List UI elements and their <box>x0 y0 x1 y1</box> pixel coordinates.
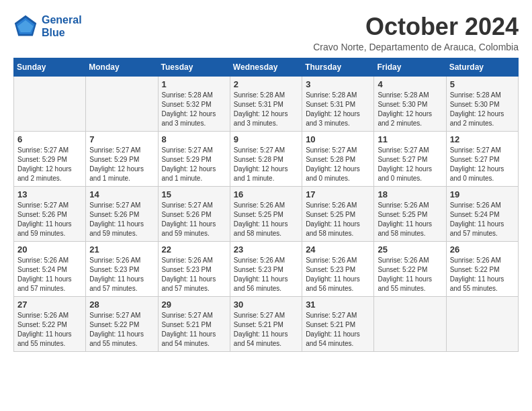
calendar-cell: 3Sunrise: 5:28 AM Sunset: 5:31 PM Daylig… <box>302 76 374 131</box>
calendar-cell <box>14 76 86 131</box>
day-number: 7 <box>89 134 154 144</box>
calendar-cell: 25Sunrise: 5:26 AM Sunset: 5:22 PM Dayli… <box>374 241 446 296</box>
day-number: 5 <box>450 79 515 89</box>
day-number: 14 <box>89 189 154 199</box>
weekday-header-row: SundayMondayTuesdayWednesdayThursdayFrid… <box>14 58 519 76</box>
day-number: 6 <box>17 134 82 144</box>
title-section: October 2024 Cravo Norte, Departamento d… <box>313 13 519 52</box>
calendar-cell: 21Sunrise: 5:26 AM Sunset: 5:23 PM Dayli… <box>86 241 158 296</box>
day-number: 11 <box>378 134 442 144</box>
calendar-week-5: 27Sunrise: 5:26 AM Sunset: 5:22 PM Dayli… <box>14 296 519 351</box>
calendar-cell: 4Sunrise: 5:28 AM Sunset: 5:30 PM Daylig… <box>374 76 446 131</box>
day-number: 9 <box>234 134 298 144</box>
day-number: 22 <box>162 244 226 255</box>
day-number: 23 <box>234 244 298 255</box>
day-info: Sunrise: 5:27 AM Sunset: 5:29 PM Dayligh… <box>17 146 82 183</box>
calendar-cell: 2Sunrise: 5:28 AM Sunset: 5:31 PM Daylig… <box>230 76 302 131</box>
calendar-table: SundayMondayTuesdayWednesdayThursdayFrid… <box>13 58 519 352</box>
weekday-header-monday: Monday <box>86 58 158 76</box>
day-number: 16 <box>234 189 298 199</box>
day-number: 2 <box>234 79 298 89</box>
calendar-cell: 23Sunrise: 5:26 AM Sunset: 5:23 PM Dayli… <box>230 241 302 296</box>
weekday-header-sunday: Sunday <box>14 58 86 76</box>
day-number: 15 <box>162 189 226 199</box>
calendar-week-1: 1Sunrise: 5:28 AM Sunset: 5:32 PM Daylig… <box>14 76 519 131</box>
day-info: Sunrise: 5:26 AM Sunset: 5:22 PM Dayligh… <box>378 256 442 293</box>
calendar-week-2: 6Sunrise: 5:27 AM Sunset: 5:29 PM Daylig… <box>14 131 519 186</box>
calendar-week-4: 20Sunrise: 5:26 AM Sunset: 5:24 PM Dayli… <box>14 241 519 296</box>
calendar-cell: 16Sunrise: 5:26 AM Sunset: 5:25 PM Dayli… <box>230 186 302 241</box>
day-info: Sunrise: 5:28 AM Sunset: 5:32 PM Dayligh… <box>162 91 226 128</box>
calendar-cell: 13Sunrise: 5:27 AM Sunset: 5:26 PM Dayli… <box>14 186 86 241</box>
calendar-cell: 19Sunrise: 5:26 AM Sunset: 5:24 PM Dayli… <box>446 186 518 241</box>
day-info: Sunrise: 5:27 AM Sunset: 5:29 PM Dayligh… <box>162 146 226 183</box>
calendar-cell: 7Sunrise: 5:27 AM Sunset: 5:29 PM Daylig… <box>86 131 158 186</box>
calendar-cell: 14Sunrise: 5:27 AM Sunset: 5:26 PM Dayli… <box>86 186 158 241</box>
calendar-cell: 15Sunrise: 5:27 AM Sunset: 5:26 PM Dayli… <box>158 186 230 241</box>
day-info: Sunrise: 5:26 AM Sunset: 5:23 PM Dayligh… <box>234 256 298 293</box>
day-info: Sunrise: 5:26 AM Sunset: 5:23 PM Dayligh… <box>89 256 154 293</box>
day-info: Sunrise: 5:26 AM Sunset: 5:25 PM Dayligh… <box>378 201 442 238</box>
day-info: Sunrise: 5:27 AM Sunset: 5:28 PM Dayligh… <box>234 146 298 183</box>
calendar-cell: 17Sunrise: 5:26 AM Sunset: 5:25 PM Dayli… <box>302 186 374 241</box>
day-info: Sunrise: 5:26 AM Sunset: 5:22 PM Dayligh… <box>17 311 82 349</box>
day-number: 8 <box>162 134 226 144</box>
logo: General Blue <box>13 13 82 39</box>
day-number: 17 <box>306 189 370 199</box>
day-number: 26 <box>450 244 515 255</box>
day-number: 20 <box>17 244 82 255</box>
day-number: 21 <box>89 244 154 255</box>
day-info: Sunrise: 5:28 AM Sunset: 5:31 PM Dayligh… <box>306 91 370 128</box>
calendar-cell: 6Sunrise: 5:27 AM Sunset: 5:29 PM Daylig… <box>14 131 86 186</box>
calendar-cell <box>446 296 518 351</box>
logo-text: General Blue <box>42 13 82 39</box>
weekday-header-thursday: Thursday <box>302 58 374 76</box>
day-info: Sunrise: 5:26 AM Sunset: 5:24 PM Dayligh… <box>17 256 82 293</box>
day-info: Sunrise: 5:26 AM Sunset: 5:22 PM Dayligh… <box>450 256 515 293</box>
month-title: October 2024 <box>313 13 519 40</box>
calendar-cell: 28Sunrise: 5:27 AM Sunset: 5:22 PM Dayli… <box>86 296 158 351</box>
calendar-cell: 31Sunrise: 5:27 AM Sunset: 5:21 PM Dayli… <box>302 296 374 351</box>
calendar-cell: 1Sunrise: 5:28 AM Sunset: 5:32 PM Daylig… <box>158 76 230 131</box>
day-number: 28 <box>89 300 154 310</box>
calendar-cell <box>86 76 158 131</box>
calendar-cell <box>374 296 446 351</box>
day-number: 24 <box>306 244 370 255</box>
logo-icon <box>13 14 38 38</box>
calendar-cell: 20Sunrise: 5:26 AM Sunset: 5:24 PM Dayli… <box>14 241 86 296</box>
location-subtitle: Cravo Norte, Departamento de Arauca, Col… <box>313 42 519 52</box>
day-info: Sunrise: 5:27 AM Sunset: 5:27 PM Dayligh… <box>378 146 442 183</box>
day-info: Sunrise: 5:28 AM Sunset: 5:30 PM Dayligh… <box>378 91 442 128</box>
day-number: 10 <box>306 134 370 144</box>
calendar-cell: 5Sunrise: 5:28 AM Sunset: 5:30 PM Daylig… <box>446 76 518 131</box>
calendar-cell: 24Sunrise: 5:26 AM Sunset: 5:23 PM Dayli… <box>302 241 374 296</box>
day-info: Sunrise: 5:27 AM Sunset: 5:21 PM Dayligh… <box>306 311 370 349</box>
day-number: 4 <box>378 79 442 89</box>
day-number: 18 <box>378 189 442 199</box>
day-number: 1 <box>162 79 226 89</box>
day-number: 3 <box>306 79 370 89</box>
day-info: Sunrise: 5:26 AM Sunset: 5:23 PM Dayligh… <box>306 256 370 293</box>
day-number: 30 <box>234 300 298 310</box>
day-number: 13 <box>17 189 82 199</box>
day-info: Sunrise: 5:26 AM Sunset: 5:25 PM Dayligh… <box>306 201 370 238</box>
weekday-header-wednesday: Wednesday <box>230 58 302 76</box>
day-number: 19 <box>450 189 515 199</box>
day-number: 12 <box>450 134 515 144</box>
day-info: Sunrise: 5:26 AM Sunset: 5:24 PM Dayligh… <box>450 201 515 238</box>
calendar-cell: 22Sunrise: 5:26 AM Sunset: 5:23 PM Dayli… <box>158 241 230 296</box>
day-number: 27 <box>17 300 82 310</box>
day-info: Sunrise: 5:27 AM Sunset: 5:21 PM Dayligh… <box>234 311 298 349</box>
weekday-header-friday: Friday <box>374 58 446 76</box>
logo-general: General <box>42 14 82 26</box>
day-info: Sunrise: 5:27 AM Sunset: 5:26 PM Dayligh… <box>89 201 154 238</box>
calendar-cell: 26Sunrise: 5:26 AM Sunset: 5:22 PM Dayli… <box>446 241 518 296</box>
calendar-week-3: 13Sunrise: 5:27 AM Sunset: 5:26 PM Dayli… <box>14 186 519 241</box>
calendar-cell: 11Sunrise: 5:27 AM Sunset: 5:27 PM Dayli… <box>374 131 446 186</box>
day-info: Sunrise: 5:28 AM Sunset: 5:30 PM Dayligh… <box>450 91 515 128</box>
day-info: Sunrise: 5:26 AM Sunset: 5:23 PM Dayligh… <box>162 256 226 293</box>
day-info: Sunrise: 5:27 AM Sunset: 5:28 PM Dayligh… <box>306 146 370 183</box>
day-info: Sunrise: 5:27 AM Sunset: 5:26 PM Dayligh… <box>162 201 226 238</box>
calendar-cell: 10Sunrise: 5:27 AM Sunset: 5:28 PM Dayli… <box>302 131 374 186</box>
day-info: Sunrise: 5:28 AM Sunset: 5:31 PM Dayligh… <box>234 91 298 128</box>
